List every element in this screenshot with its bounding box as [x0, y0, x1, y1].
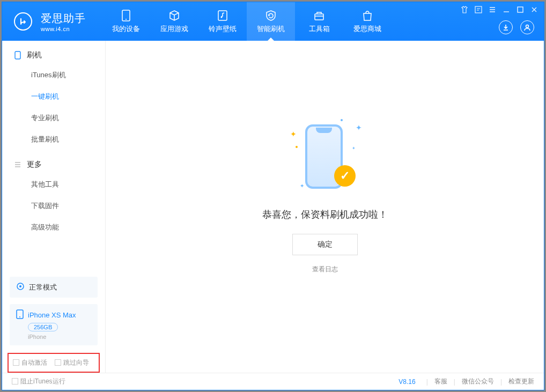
window-controls: [460, 5, 538, 14]
sidebar-item-download-firmware[interactable]: 下载固件: [2, 195, 105, 217]
menu-icon[interactable]: [488, 5, 497, 14]
check-auto-activate[interactable]: 自动激活: [13, 358, 47, 367]
list-icon: [14, 161, 21, 168]
nav-smart-flash[interactable]: 智能刷机: [247, 2, 295, 41]
wechat-link[interactable]: 微信公众号: [462, 377, 494, 386]
music-note-icon: [216, 9, 229, 22]
sidebar-item-other-tools[interactable]: 其他工具: [2, 174, 105, 195]
sparkle-icon: ✦: [300, 183, 304, 189]
check-stop-itunes[interactable]: 阻止iTunes运行: [12, 377, 65, 386]
close-button[interactable]: [530, 5, 538, 14]
phone-icon: [120, 9, 132, 22]
minimize-button[interactable]: [502, 5, 511, 14]
nav-label: 我的设备: [112, 24, 140, 34]
nav-label: 铃声壁纸: [209, 24, 237, 34]
svg-point-7: [526, 25, 529, 28]
svg-rect-8: [15, 51, 20, 59]
toolbox-icon: [313, 9, 326, 22]
sparkle-icon: ✦: [356, 123, 362, 132]
group-title: 更多: [27, 160, 42, 169]
view-log-link[interactable]: 查看日志: [312, 265, 338, 274]
device-name: iPhone XS Max: [28, 311, 76, 319]
download-button[interactable]: [499, 20, 513, 34]
sidebar-item-pro-flash[interactable]: 专业刷机: [2, 107, 105, 129]
sidebar-item-advanced[interactable]: 高级功能: [2, 217, 105, 238]
confirm-button[interactable]: 确定: [292, 234, 358, 255]
version-label: V8.16: [399, 378, 415, 386]
bottom-checks-highlight: 自动激活 跳过向导: [8, 353, 100, 373]
tshirt-icon[interactable]: [460, 5, 469, 14]
svg-point-10: [19, 285, 21, 287]
feedback-icon[interactable]: [474, 5, 483, 14]
mode-label: 正常模式: [29, 283, 57, 292]
svg-point-3: [221, 17, 223, 18]
nav-label: 爱思商城: [353, 24, 381, 34]
svg-rect-6: [518, 7, 523, 12]
group-title: 刷机: [27, 50, 42, 60]
app-window: 爱思助手 www.i4.cn 我的设备 应用游戏 铃声壁纸 智能刷机: [2, 2, 544, 390]
sidebar-group-more: 更多: [2, 150, 105, 174]
success-illustration: ✦ ✦ ✦ ✦ ✓: [285, 118, 365, 198]
device-small-icon: [14, 51, 21, 59]
body: 刷机 iTunes刷机 一键刷机 专业刷机 批量刷机 更多 其他工具 下载固件 …: [2, 41, 544, 373]
device-type: iPhone: [28, 334, 91, 340]
nav-label: 智能刷机: [257, 24, 285, 34]
nav-toolbox[interactable]: 工具箱: [295, 2, 343, 41]
maximize-button[interactable]: [516, 5, 525, 14]
sparkle-icon: ✦: [290, 130, 297, 138]
nav-my-device[interactable]: 我的设备: [102, 2, 150, 41]
nav-label: 应用游戏: [160, 24, 188, 34]
app-subtitle: www.i4.cn: [41, 26, 86, 32]
device-card[interactable]: iPhone XS Max 256GB iPhone: [10, 304, 98, 345]
device-icon: [16, 309, 24, 321]
nav-ringtones-wallpapers[interactable]: 铃声壁纸: [198, 2, 247, 41]
nav-store[interactable]: 爱思商城: [343, 2, 392, 41]
header-actions: [499, 20, 534, 34]
success-message: 恭喜您，保资料刷机成功啦！: [262, 208, 388, 221]
nav-label: 工具箱: [309, 24, 330, 34]
sidebar-item-oneclick-flash[interactable]: 一键刷机: [2, 86, 105, 107]
user-button[interactable]: [520, 20, 534, 34]
svg-rect-5: [475, 6, 482, 13]
mode-dot-icon: [16, 282, 25, 292]
footer: 阻止iTunes运行 V8.16 | 客服 | 微信公众号 | 检查更新: [2, 373, 544, 390]
footer-right: V8.16 | 客服 | 微信公众号 | 检查更新: [399, 377, 534, 386]
svg-point-12: [19, 316, 20, 317]
dot-icon: [341, 119, 343, 121]
cube-icon: [168, 9, 181, 22]
check-skip-guide[interactable]: 跳过向导: [55, 358, 89, 367]
sidebar-item-batch-flash[interactable]: 批量刷机: [2, 129, 105, 150]
device-storage: 256GB: [28, 323, 58, 331]
refresh-shield-icon: [264, 9, 277, 22]
svg-point-1: [126, 19, 127, 20]
device-mode-badge[interactable]: 正常模式: [10, 277, 98, 298]
customer-service-link[interactable]: 客服: [434, 377, 447, 386]
logo-icon: [14, 12, 32, 31]
footer-left: 阻止iTunes运行: [12, 377, 65, 386]
header: 爱思助手 www.i4.cn 我的设备 应用游戏 铃声壁纸 智能刷机: [2, 2, 544, 41]
svg-rect-4: [315, 14, 323, 20]
sparkle-icon: ✦: [352, 146, 356, 151]
main-content: ✦ ✦ ✦ ✦ ✓ 恭喜您，保资料刷机成功啦！ 确定 查看日志: [106, 41, 544, 373]
check-badge-icon: ✓: [334, 165, 356, 187]
app-title: 爱思助手: [41, 11, 86, 26]
bag-icon: [361, 9, 374, 22]
logo-block: 爱思助手 www.i4.cn: [2, 11, 98, 32]
sidebar: 刷机 iTunes刷机 一键刷机 专业刷机 批量刷机 更多 其他工具 下载固件 …: [2, 41, 106, 373]
sidebar-group-flash: 刷机: [2, 41, 105, 64]
nav-bar: 我的设备 应用游戏 铃声壁纸 智能刷机 工具箱 爱思商城: [102, 2, 392, 41]
nav-apps-games[interactable]: 应用游戏: [150, 2, 198, 41]
dot-icon: [296, 146, 298, 148]
check-update-link[interactable]: 检查更新: [508, 377, 534, 386]
sidebar-item-itunes-flash[interactable]: iTunes刷机: [2, 64, 105, 86]
